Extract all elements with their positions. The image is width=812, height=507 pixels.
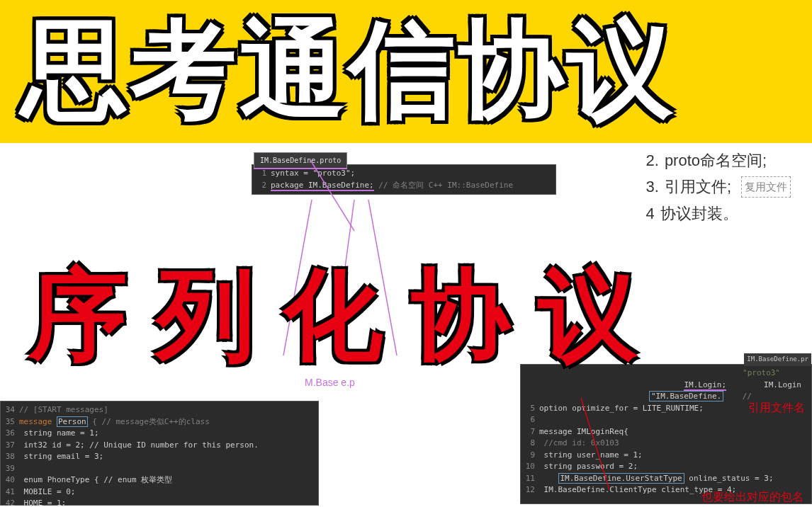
note-text: proto命名空间; <box>665 147 767 173</box>
annotation-filename: 引用文件名 <box>748 401 805 416</box>
note-item-3: 3. 引用文件; 复用文件 <box>646 173 791 200</box>
annotation-package: 也要给出对应的包名 <box>701 490 808 505</box>
content-area: 2. proto命名空间; 3. 引用文件; 复用文件 4 协议封装。 IM.B… <box>0 143 812 507</box>
code-window-left: 34// [START messages] 35message Person {… <box>0 401 319 506</box>
code-body: 1syntax = "proto3"; 2package IM.BaseDefi… <box>252 165 556 194</box>
note-text: 协议封装。 <box>660 200 738 227</box>
notes-list: 2. proto命名空间; 3. 引用文件; 复用文件 4 协议封装。 <box>646 147 791 227</box>
subtitle: 序列化协议 <box>28 249 784 384</box>
note-num: 4 <box>646 200 655 227</box>
note-num: 2. <box>646 147 659 173</box>
header-band: 思考通信协议 <box>0 0 812 143</box>
header-title: 思考通信协议 <box>21 11 791 128</box>
code-window-right: IM.BaseDefine.pr "proto3" IM.Login; IM.L… <box>520 364 812 504</box>
note-tag: 复用文件 <box>741 176 791 198</box>
note-text: 引用文件; <box>665 173 731 200</box>
note-num: 3. <box>646 173 659 200</box>
code-window-top: IM.BaseDefine.proto 1syntax = "proto3"; … <box>252 164 556 195</box>
note-item-2: 2. proto命名空间; <box>646 147 791 173</box>
code-body: "proto3" IM.Login; IM.Login "IM.BaseDefi… <box>521 365 811 499</box>
note-item-4: 4 协议封装。 <box>646 200 791 227</box>
code-tab-top: IM.BaseDefine.proto <box>254 152 347 169</box>
code-body: 34// [START messages] 35message Person {… <box>1 401 318 507</box>
